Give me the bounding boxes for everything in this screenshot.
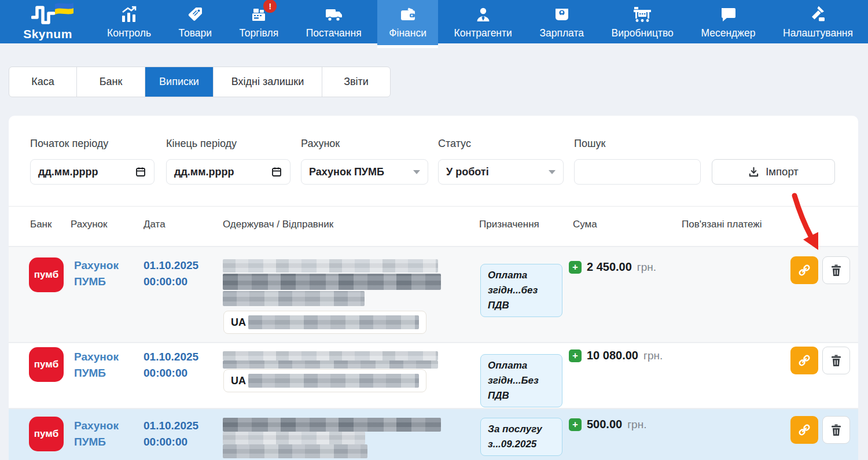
chevron-down-icon [549,170,556,174]
calendar-icon[interactable] [271,166,282,178]
nav-item-production[interactable]: Виробництво [600,0,685,43]
account-line2: ПУМБ [74,434,119,450]
statement-row[interactable]: пумб Рахунок ПУМБ 01.10.2025 00:00:00 UA… [9,246,858,342]
delete-button[interactable] [822,256,850,284]
plus-icon: + [569,418,582,431]
nav-item-label: Налаштування [783,27,853,39]
nav-item-label: Торгівля [240,27,279,39]
nav-item-messenger[interactable]: Месенджер [689,0,767,43]
chart-icon [120,5,138,24]
account-line1: Рахунок [74,349,119,365]
nav-item-salary[interactable]: Зарплата [528,0,595,43]
time-value: 00:00:00 [144,434,198,450]
status-select[interactable]: У роботі [438,159,564,185]
status-select-value: У роботі [446,166,489,178]
recipient-cell: UA [223,409,443,460]
currency-label: грн. [627,418,646,431]
top-navigation: Skynum Контроль Товари [0,0,868,43]
account-line1: Рахунок [74,418,119,434]
delete-button[interactable] [822,347,850,374]
nav-item-label: Контроль [107,27,151,39]
col-header-bank: Банк [30,219,52,230]
nav-item-control[interactable]: Контроль [95,0,163,43]
tab-reports[interactable]: Звіти [322,67,390,97]
calendar-icon[interactable] [135,166,146,178]
nav-item-trade[interactable]: ! Торгівля [228,0,290,43]
account-line1: Рахунок [74,257,119,274]
col-header-account: Рахунок [71,219,108,230]
amount-cell: + 2 450.00 грн. [569,260,656,274]
row-actions [790,256,850,284]
time-value: 00:00:00 [144,274,198,290]
import-button[interactable]: Імпорт [712,159,835,185]
link-payment-button[interactable] [790,347,818,374]
nav-item-settings[interactable]: Налаштування [771,0,865,43]
redacted-text [223,418,441,432]
trash-icon [829,263,843,277]
statements-panel: Початок періоду дд.мм.рррр Кінець період… [9,116,858,460]
nav-item-label: Месенджер [701,27,755,39]
account-filter-label: Рахунок [301,138,340,150]
redacted-text [223,274,441,290]
statement-row[interactable]: пумб Рахунок ПУМБ 01.10.2025 00:00:00 UA… [9,408,858,460]
account-select[interactable]: Рахунок ПУМБ [301,159,428,185]
date-value: 01.10.2025 [144,418,198,434]
period-end-input[interactable]: дд.мм.рррр [166,159,290,185]
date-value: 01.10.2025 [144,257,198,274]
link-icon [797,263,812,278]
tag-icon [186,5,204,24]
nav-item-supply[interactable]: Постачання [295,0,373,43]
redacted-text [223,291,365,306]
amount-value: 10 080.00 [587,349,638,362]
nav-item-label: Контрагенти [454,27,512,39]
chevron-down-icon [413,170,420,174]
download-icon [748,167,759,178]
chat-icon [719,5,737,24]
nav-item-label: Зарплата [539,27,584,39]
time-value: 00:00:00 [144,365,198,381]
alert-badge: ! [263,0,277,13]
amount-cell: + 500.00 грн. [569,418,646,431]
amount-value: 2 450.00 [587,260,632,274]
purpose-badge: Оплата згідн...без ПДВ [480,264,562,317]
tab-kasa[interactable]: Каса [9,67,77,97]
brand-name: Skynum [23,27,72,41]
account-line2: ПУМБ [74,365,119,381]
amount-cell: + 10 080.00 грн. [569,349,663,362]
search-input[interactable] [574,159,701,185]
iban-prefix: UA [231,375,246,387]
iban-prefix: UA [231,317,246,329]
period-end-value: дд.мм.рррр [174,166,234,178]
period-start-label: Початок періоду [30,138,108,150]
delete-button[interactable] [822,416,850,444]
trash-icon [829,423,843,437]
statement-row[interactable]: пумб Рахунок ПУМБ 01.10.2025 00:00:00 UA… [9,342,858,408]
tab-incoming-balances[interactable]: Вхідні залишки [214,67,322,97]
tab-bank[interactable]: Банк [77,67,145,97]
person-icon [475,5,492,24]
wallet-icon [399,5,417,24]
redacted-text [223,360,438,369]
link-icon [797,353,812,368]
finance-subtabs: Каса Банк Виписки Вхідні залишки Звіти [9,67,391,97]
date-value: 01.10.2025 [144,349,198,365]
nav-item-finance[interactable]: Фінанси [377,0,438,48]
account-cell: Рахунок ПУМБ [74,349,119,381]
date-cell: 01.10.2025 00:00:00 [144,349,198,381]
purpose-badge: За послугу з...09.2025 [480,418,562,456]
brand-logo[interactable]: Skynum [0,0,95,43]
nav-item-goods[interactable]: Товари [167,0,223,43]
nav-item-label: Постачання [306,27,362,39]
amount-value: 500.00 [587,418,622,431]
account-line2: ПУМБ [74,274,119,290]
link-payment-button[interactable] [790,416,818,444]
redacted-text [223,444,367,458]
salary-icon [553,5,571,24]
tab-vypysky[interactable]: Виписки [145,67,214,97]
nav-items: Контроль Товари ! Т [95,0,868,48]
link-payment-button[interactable] [790,256,818,284]
nav-item-counterparties[interactable]: Контрагенти [443,0,524,43]
period-start-input[interactable]: дд.мм.рррр [30,159,155,185]
cash-register-icon: ! [250,5,267,24]
currency-label: грн. [637,261,656,274]
